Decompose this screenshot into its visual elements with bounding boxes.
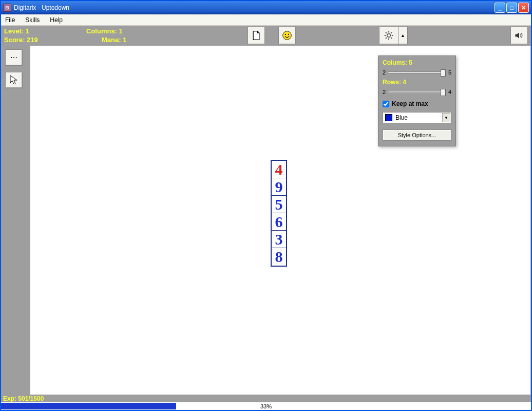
exp-text: Exp: 501/1500 <box>1 395 531 402</box>
columns-value: 1 <box>119 27 123 35</box>
keep-at-max-row[interactable]: Keep at max <box>383 100 451 107</box>
level-value: 1 <box>25 27 29 35</box>
color-swatch-blue <box>385 114 392 121</box>
menubar: File Skills Help <box>1 14 531 26</box>
sound-button[interactable] <box>510 27 528 44</box>
columns-max-label: 5 <box>448 69 451 76</box>
page-icon <box>251 30 261 41</box>
number-cell-1[interactable]: 9 <box>272 178 286 196</box>
smiley-icon <box>282 30 292 41</box>
app-icon: ⊞ <box>3 4 11 12</box>
columns-slider-thumb[interactable] <box>441 69 446 77</box>
score-value: 219 <box>27 36 38 44</box>
settings-dropdown-button[interactable]: ▲ <box>398 27 408 44</box>
rows-setting-label: Rows: 4 <box>383 79 451 86</box>
cursor-icon <box>10 75 18 85</box>
svg-point-0 <box>283 31 292 40</box>
rows-min-label: 2 <box>383 89 386 95</box>
number-cell-0[interactable]: 4 <box>272 161 286 178</box>
tool-ellipsis-button[interactable]: ⋯ <box>5 49 23 66</box>
left-toolbar: ⋯ <box>1 45 30 395</box>
rows-max-label: 4 <box>448 89 451 95</box>
score-label: Score: <box>4 36 25 44</box>
color-select[interactable]: Blue ▼ <box>383 112 451 123</box>
number-cell-3[interactable]: 6 <box>272 213 286 231</box>
rows-slider-thumb[interactable] <box>441 89 446 96</box>
columns-slider[interactable] <box>388 71 446 73</box>
svg-point-2 <box>288 34 289 35</box>
style-options-button[interactable]: Style Options... <box>383 129 451 141</box>
settings-panel: Colums: 5 2 5 Rows: 4 2 4 Keep at max Bl… <box>378 55 456 146</box>
number-column: 4 9 5 6 3 8 <box>271 160 287 267</box>
number-cell-5[interactable]: 8 <box>272 248 286 266</box>
gear-icon <box>384 30 394 41</box>
dropdown-arrow-icon[interactable]: ▼ <box>442 113 450 122</box>
columns-setting-label: Colums: 5 <box>383 59 451 66</box>
top-toolbar: Level: 1 Columns: 1 Score: 219 Mana: 1 ▲ <box>1 26 531 45</box>
columns-min-label: 2 <box>383 69 386 76</box>
columns-label: Columns: <box>86 27 117 35</box>
svg-point-3 <box>387 34 391 38</box>
minimize-button[interactable]: _ <box>495 3 505 13</box>
keep-at-max-checkbox[interactable] <box>383 101 389 107</box>
svg-point-1 <box>285 34 286 35</box>
window-title: Digitarix - Uptodown <box>14 4 495 11</box>
menu-help[interactable]: Help <box>48 15 65 25</box>
mana-label: Mana: <box>102 36 121 44</box>
color-select-label: Blue <box>395 114 408 121</box>
stats-panel: Level: 1 Columns: 1 Score: 219 Mana: 1 <box>4 27 126 44</box>
mana-value: 1 <box>123 36 126 44</box>
menu-skills[interactable]: Skills <box>23 15 42 25</box>
rows-slider[interactable] <box>388 91 446 93</box>
menu-file[interactable]: File <box>3 15 17 25</box>
progress-percent: 33% <box>1 402 531 410</box>
close-button[interactable]: ✕ <box>518 3 529 13</box>
tool-pointer-button[interactable] <box>5 72 23 88</box>
new-document-button[interactable] <box>248 27 265 44</box>
settings-button[interactable] <box>379 27 398 44</box>
speaker-icon <box>514 30 524 41</box>
progress-bar: 33% <box>1 402 531 410</box>
number-cell-2[interactable]: 5 <box>272 196 286 213</box>
number-cell-4[interactable]: 3 <box>272 231 286 248</box>
level-label: Level: <box>4 27 24 35</box>
maximize-button[interactable]: □ <box>506 3 517 13</box>
smiley-button[interactable] <box>278 27 296 44</box>
keep-at-max-label: Keep at max <box>392 100 428 107</box>
